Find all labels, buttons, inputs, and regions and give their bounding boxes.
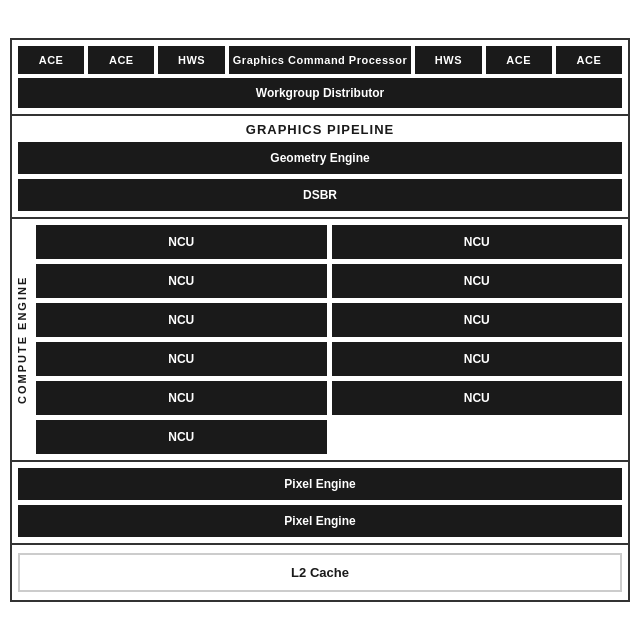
workgroup-distributor: Workgroup Distributor	[18, 78, 622, 108]
chip-ace-4: ACE	[556, 46, 622, 74]
ncu-1-left: NCU	[36, 225, 327, 259]
dsbr: DSBR	[18, 179, 622, 211]
compute-engine-section: COMPUTE ENGINE NCU NCU NCU NCU NCU NCU N…	[12, 217, 628, 460]
pixel-engine-section: Pixel Engine Pixel Engine	[12, 460, 628, 543]
ncu-grid-container: NCU NCU NCU NCU NCU NCU NCU NCU NCU NCU …	[34, 219, 628, 460]
chips-row: ACE ACE HWS Graphics Command Processor H…	[12, 40, 628, 74]
chip-hws-1: HWS	[158, 46, 224, 74]
ncu-4-right: NCU	[332, 342, 623, 376]
compute-engine-label: COMPUTE ENGINE	[12, 219, 34, 460]
chip-gcp: Graphics Command Processor	[229, 46, 412, 74]
l2-cache-section: L2 Cache	[12, 543, 628, 600]
ncu-6-single: NCU	[36, 420, 327, 454]
chip-hws-2: HWS	[415, 46, 481, 74]
geometry-engine: Geometry Engine	[18, 142, 622, 174]
ncu-1-right: NCU	[332, 225, 623, 259]
ncu-5-left: NCU	[36, 381, 327, 415]
pixel-engine-2: Pixel Engine	[18, 505, 622, 537]
ncu-4-left: NCU	[36, 342, 327, 376]
pipeline-label: GRAPHICS PIPELINE	[18, 122, 622, 137]
l2-cache: L2 Cache	[18, 553, 622, 592]
ncu-3-left: NCU	[36, 303, 327, 337]
ncu-5-right: NCU	[332, 381, 623, 415]
chip-ace-1: ACE	[18, 46, 84, 74]
ncu-grid: NCU NCU NCU NCU NCU NCU NCU NCU NCU NCU …	[36, 225, 622, 454]
ncu-3-right: NCU	[332, 303, 623, 337]
pixel-engine-1: Pixel Engine	[18, 468, 622, 500]
ncu-2-right: NCU	[332, 264, 623, 298]
graphics-pipeline-section: GRAPHICS PIPELINE Geometry Engine DSBR	[12, 114, 628, 217]
ncu-2-left: NCU	[36, 264, 327, 298]
gpu-diagram: ACE ACE HWS Graphics Command Processor H…	[10, 38, 630, 602]
chip-ace-3: ACE	[486, 46, 552, 74]
chip-ace-2: ACE	[88, 46, 154, 74]
